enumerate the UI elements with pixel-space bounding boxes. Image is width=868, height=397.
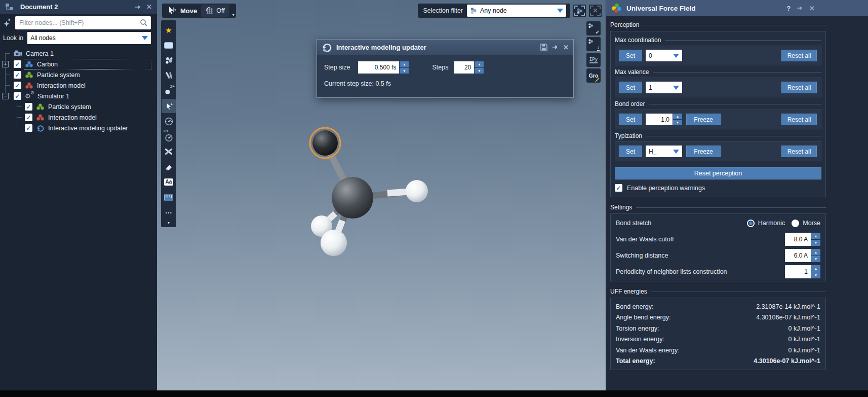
- tree-item-particle-system-child[interactable]: ✓ Particle system: [0, 101, 157, 112]
- harmonic-radio[interactable]: [747, 220, 755, 227]
- reset-all-button[interactable]: Reset all: [781, 82, 817, 93]
- hydrogen-atom[interactable]: [311, 215, 332, 237]
- hydrogen-atom[interactable]: [406, 180, 428, 202]
- spin-up-icon[interactable]: ▲: [673, 114, 682, 119]
- twist-tool[interactable]: [162, 114, 176, 128]
- max-valence-combo[interactable]: 1: [646, 82, 682, 93]
- morse-radio[interactable]: [792, 220, 799, 227]
- tree-item-interaction-model[interactable]: ✓ Interaction model: [0, 80, 157, 91]
- periodicity-spinbox[interactable]: 1 ▲▼: [785, 265, 820, 278]
- spin-up-icon[interactable]: ▲: [811, 233, 820, 239]
- ipython-console-button[interactable]: IPy: [586, 53, 601, 67]
- charge-tool[interactable]: 2+: [162, 84, 176, 98]
- visibility-checkbox[interactable]: ✓: [25, 103, 32, 111]
- validate-model-button[interactable]: ✓: [586, 21, 601, 35]
- tree-item-interaction-model-child[interactable]: ✓ Interaction model: [0, 112, 157, 123]
- set-button[interactable]: Set: [619, 146, 642, 157]
- freeze-button[interactable]: Freeze: [686, 114, 721, 125]
- close-icon[interactable]: ✕: [563, 44, 569, 51]
- gromacs-wizard-button[interactable]: Gro: [586, 68, 601, 83]
- edit-cursor-tool[interactable]: [162, 99, 176, 113]
- add-bonds-tool[interactable]: [162, 68, 176, 83]
- visibility-checkbox[interactable]: ✓: [14, 92, 21, 100]
- reset-all-button[interactable]: Reset all: [781, 50, 817, 61]
- spin-down-icon[interactable]: ▼: [811, 240, 820, 246]
- measure-tool[interactable]: [162, 190, 176, 204]
- selected-atom[interactable]: [312, 130, 338, 156]
- hydrogen-atom[interactable]: [321, 230, 347, 256]
- text-label-tool[interactable]: Aa: [162, 175, 176, 189]
- close-icon[interactable]: ✕: [146, 4, 152, 10]
- save-icon[interactable]: [540, 44, 547, 51]
- set-button[interactable]: Set: [619, 50, 642, 61]
- spin-down-icon[interactable]: ▼: [811, 272, 820, 279]
- tree-item-particle-system[interactable]: ✓ Particle system: [0, 69, 157, 80]
- ipython-icon: IPy: [589, 57, 598, 63]
- twist-xyz-tool[interactable]: xyz: [162, 129, 176, 143]
- add-atoms-tool[interactable]: [162, 53, 176, 67]
- bond-order-spinbox[interactable]: 1.0 ▲▼: [646, 114, 682, 125]
- visibility-checkbox[interactable]: ✓: [14, 60, 21, 68]
- visibility-checkbox[interactable]: ✓: [14, 71, 21, 79]
- visibility-checkbox[interactable]: ✓: [25, 124, 32, 132]
- tree-item-simulator[interactable]: − ✓ ⚙⚙ Simulator 1: [0, 91, 157, 101]
- favorites-tool[interactable]: ★: [162, 23, 176, 37]
- visibility-checkbox[interactable]: ✓: [25, 114, 32, 121]
- visibility-checkbox[interactable]: ✓: [14, 82, 21, 89]
- help-icon[interactable]: ?: [786, 5, 791, 12]
- import-model-button[interactable]: ↓: [586, 37, 601, 51]
- vdw-cutoff-spinbox[interactable]: 8.0 A ▲▼: [785, 233, 820, 246]
- viewport-3d[interactable]: Move Off ▾ Selection filter Any node: [157, 0, 606, 390]
- set-button[interactable]: Set: [619, 82, 642, 93]
- toolbar-expand-icon[interactable]: ▾: [168, 221, 170, 225]
- close-icon[interactable]: ✕: [809, 5, 815, 12]
- move-label: Move: [180, 7, 197, 15]
- typization-combo[interactable]: H_: [646, 146, 682, 157]
- perception-warnings-checkbox[interactable]: ✓: [615, 184, 622, 192]
- break-bonds-tool[interactable]: [162, 145, 176, 159]
- step-size-spinbox[interactable]: 0.500 fs ▲▼: [358, 61, 409, 74]
- select-filtered-button[interactable]: [573, 5, 586, 17]
- dialog-titlebar[interactable]: Interactive modeling updater ✕: [317, 40, 573, 55]
- spin-down-icon[interactable]: ▼: [400, 68, 409, 74]
- selection-filter-combo[interactable]: Any node: [467, 5, 566, 17]
- expand-icon[interactable]: +: [2, 61, 9, 67]
- spin-up-icon[interactable]: ▲: [811, 265, 820, 272]
- more-tools[interactable]: ⋯: [162, 205, 176, 220]
- spin-up-icon[interactable]: ▲: [400, 61, 409, 67]
- typization-label: Typization: [615, 132, 821, 139]
- set-button[interactable]: Set: [619, 114, 642, 125]
- freeze-button[interactable]: Freeze: [686, 146, 721, 157]
- collapse-icon[interactable]: −: [2, 93, 9, 99]
- clear-selection-button[interactable]: ✕: [589, 5, 602, 17]
- interactive-modeling-updater-dialog[interactable]: Interactive modeling updater ✕ Step size…: [317, 39, 574, 98]
- move-tool-chip[interactable]: Move Off ▾: [162, 4, 236, 18]
- steps-spinbox[interactable]: 20 ▲▼: [454, 61, 484, 74]
- pin-icon[interactable]: [135, 4, 141, 10]
- tree-item-carbon[interactable]: + ✓ Carbon: [0, 59, 157, 69]
- spin-down-icon[interactable]: ▼: [673, 120, 682, 125]
- structural-model-icon: [25, 61, 33, 67]
- max-coordination-combo[interactable]: 0: [646, 50, 682, 61]
- spin-up-icon[interactable]: ▲: [811, 249, 820, 256]
- add-atoms-icon: [165, 56, 173, 64]
- filter-nodes-input[interactable]: [15, 16, 151, 29]
- spin-down-icon[interactable]: ▼: [811, 256, 820, 263]
- tree-item-updater[interactable]: ✓ Interactive modeling updater: [0, 123, 157, 133]
- reset-all-button[interactable]: Reset all: [781, 114, 817, 125]
- eraser-tool[interactable]: [162, 160, 176, 174]
- carbon-atom[interactable]: [332, 177, 373, 219]
- rectangle-select-tool[interactable]: [162, 38, 176, 52]
- switching-distance-spinbox[interactable]: 6.0 A ▲▼: [785, 249, 820, 262]
- spin-down-icon[interactable]: ▼: [475, 68, 484, 74]
- reset-perception-button[interactable]: Reset perception: [615, 167, 821, 179]
- pin-icon[interactable]: [797, 5, 803, 11]
- check-icon: ✓: [596, 29, 600, 35]
- spin-up-icon[interactable]: ▲: [475, 61, 484, 67]
- pin-icon[interactable]: [552, 44, 559, 50]
- grid-snap-control[interactable]: Off: [201, 5, 228, 17]
- look-in-combo[interactable]: All nodes: [27, 32, 151, 44]
- tree-item-camera[interactable]: Camera 1: [0, 48, 157, 59]
- chevron-down-icon[interactable]: ▾: [232, 13, 234, 17]
- reset-all-button[interactable]: Reset all: [781, 146, 817, 157]
